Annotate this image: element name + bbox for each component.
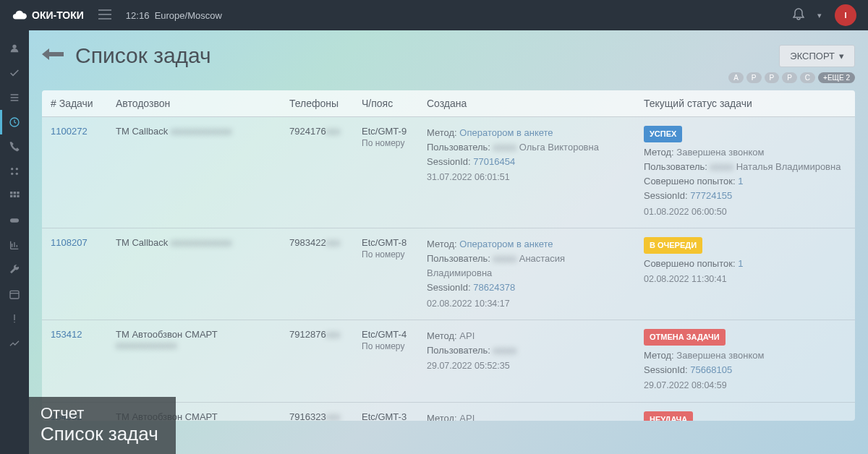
task-id-link[interactable]: 1108207: [51, 237, 88, 248]
sidebar-item-phone[interactable]: [0, 134, 29, 159]
svg-point-4: [16, 173, 18, 175]
status-badge: НЕУДАЧА: [644, 411, 693, 421]
sidebar-item-settings[interactable]: [0, 159, 29, 184]
bell-icon[interactable]: [793, 8, 804, 23]
dial-name: TM Callback: [116, 126, 168, 137]
svg-point-3: [11, 173, 13, 175]
th-status[interactable]: Текущий статус задачи: [635, 90, 855, 116]
avatar[interactable]: I: [835, 4, 856, 26]
chevron-down-icon: ▾: [839, 51, 844, 61]
filter-chip[interactable]: +ЕЩЕ 2: [818, 72, 855, 83]
tz-note: По номеру: [362, 341, 409, 351]
export-button[interactable]: ЭКСПОРТ▾: [779, 45, 855, 67]
sidebar-item-toggle[interactable]: [0, 208, 29, 233]
redacted-text: xxxxxxxxxxxxx: [171, 237, 232, 248]
phone-number: 7916323: [289, 411, 326, 421]
filter-chip[interactable]: P: [782, 72, 797, 83]
topbar-right: ▾ I: [793, 4, 856, 26]
phone-number: 7924176: [289, 126, 326, 137]
topbar: ОКИ-ТОКИ 12:16 Europe/Moscow ▾ I: [0, 0, 868, 30]
filter-chip[interactable]: A: [728, 72, 744, 83]
sidebar-item-list[interactable]: [0, 85, 29, 110]
sidebar-item-trend[interactable]: [0, 331, 29, 356]
th-tz[interactable]: Ч/пояс: [353, 90, 418, 116]
timezone: Etc/GMT-3: [362, 411, 409, 421]
tz-note: По номеру: [362, 138, 409, 148]
topbar-left: ОКИ-ТОКИ 12:16 Europe/Moscow: [12, 7, 222, 23]
tasks-table: # Задачи Автодозвон Телефоны Ч/пояс Созд…: [42, 90, 855, 421]
table-body: 1100272TM Callback xxxxxxxxxxxxx7924176x…: [42, 117, 855, 421]
created-block: Метод: Оператором в анкетеПользователь: …: [427, 237, 626, 311]
phone-number: 7983422: [289, 237, 326, 248]
task-id-link[interactable]: 1100272: [51, 126, 88, 137]
main-content: Список задач ЭКСПОРТ▾ APPPC+ЕЩЕ 2 # Зада…: [29, 30, 868, 454]
phone-number: 7912876: [289, 329, 326, 340]
sidebar-item-check[interactable]: [0, 61, 29, 85]
redacted-text: xxx: [326, 237, 341, 248]
tz-note: По номеру: [362, 249, 409, 260]
table-row: 1100272TM Callback xxxxxxxxxxxxx7924176x…: [42, 117, 855, 228]
chevron-down-icon[interactable]: ▾: [817, 11, 822, 20]
redacted-text: xxxxxxxxxxxxx: [116, 340, 177, 351]
th-id[interactable]: # Задачи: [42, 90, 107, 116]
svg-point-1: [11, 168, 13, 170]
app-body: Список задач ЭКСПОРТ▾ APPPC+ЕЩЕ 2 # Зада…: [0, 30, 868, 454]
sidebar-item-history[interactable]: [0, 110, 29, 134]
svg-rect-6: [14, 192, 16, 194]
sidebar-item-user[interactable]: [0, 36, 29, 61]
caption-line2: Список задач: [41, 423, 158, 445]
filter-chip[interactable]: P: [765, 72, 780, 83]
svg-rect-5: [10, 192, 12, 194]
caption-line1: Отчет: [41, 404, 158, 423]
cloud-icon: [12, 7, 27, 23]
page-title: Список задач: [75, 43, 211, 68]
brand-logo[interactable]: ОКИ-ТОКИ: [12, 7, 84, 23]
redacted-text: xxx: [326, 126, 341, 137]
status-block: В ОЧЕРЕДИСовершено попыток: 102.08.2022 …: [644, 237, 846, 287]
sidebar-item-wrench[interactable]: [0, 257, 29, 282]
svg-rect-9: [14, 195, 16, 197]
sidebar: [0, 30, 29, 454]
timezone: Etc/GMT-8: [362, 237, 409, 248]
filter-chip[interactable]: C: [800, 72, 815, 83]
status-block: НЕУДАЧАМетод: Завершена звонкомСовершено…: [644, 411, 846, 421]
status-badge: В ОЧЕРЕДИ: [644, 237, 702, 254]
caption-overlay: Отчет Список задач: [29, 397, 176, 454]
clock-time: 12:16 Europe/Moscow: [126, 10, 222, 21]
sidebar-item-calendar[interactable]: [0, 282, 29, 307]
svg-rect-10: [17, 195, 19, 197]
brand-text: ОКИ-ТОКИ: [32, 9, 84, 21]
status-badge: УСПЕХ: [644, 126, 682, 142]
filter-chip[interactable]: P: [746, 72, 762, 83]
created-block: Метод: APIПользователь: xxxxx 29.07.2022…: [427, 329, 626, 374]
sidebar-item-grid[interactable]: [0, 184, 29, 208]
th-phone[interactable]: Телефоны: [281, 90, 353, 116]
redacted-text: xxx: [326, 329, 341, 340]
status-block: УСПЕХМетод: Завершена звонкомПользовател…: [644, 126, 846, 219]
redacted-text: xxx: [326, 411, 341, 421]
dial-name: TM Callback: [116, 237, 168, 248]
timezone: Etc/GMT-4: [362, 329, 409, 340]
back-icon[interactable]: [42, 46, 64, 66]
hamburger-icon[interactable]: [98, 9, 111, 22]
th-autodial[interactable]: Автодозвон: [107, 90, 281, 116]
svg-point-2: [16, 168, 18, 170]
filter-chips: APPPC+ЕЩЕ 2: [42, 72, 855, 83]
table-header: # Задачи Автодозвон Телефоны Ч/пояс Созд…: [42, 90, 855, 117]
timezone: Etc/GMT-9: [362, 126, 409, 137]
redacted-text: xxxxxxxxxxxxx: [171, 126, 232, 137]
th-created[interactable]: Создана: [418, 90, 635, 116]
svg-rect-7: [17, 192, 19, 194]
svg-rect-8: [10, 195, 12, 197]
created-block: Метод: APIПользователь: xxxxx 29.07.2022…: [427, 411, 626, 421]
sidebar-item-alert[interactable]: [0, 307, 29, 331]
svg-rect-12: [10, 291, 19, 299]
status-block: ОТМЕНА ЗАДАЧИМетод: Завершена звонкомSes…: [644, 329, 846, 393]
table-row: 153412ТМ Автообзвон СМАРТ xxxxxxxxxxxxx7…: [42, 320, 855, 403]
sidebar-item-chart[interactable]: [0, 233, 29, 257]
dial-name: ТМ Автообзвон СМАРТ: [116, 329, 218, 340]
svg-rect-11: [10, 218, 19, 222]
table-row: 1108207TM Callback xxxxxxxxxxxxx7983422x…: [42, 228, 855, 320]
task-id-link[interactable]: 153412: [51, 329, 82, 340]
status-badge: ОТМЕНА ЗАДАЧИ: [644, 329, 726, 346]
